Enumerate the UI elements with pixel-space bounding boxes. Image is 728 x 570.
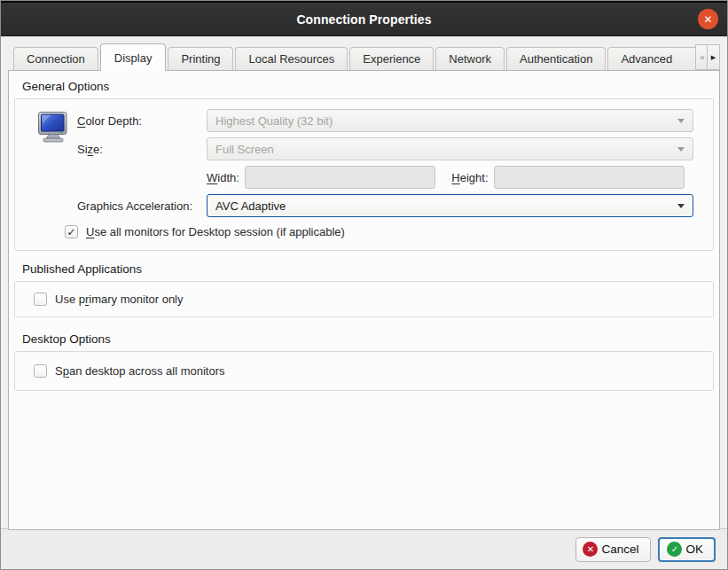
tab-printing[interactable]: Printing (168, 47, 233, 70)
monitor-icon (36, 110, 77, 147)
published-applications-frame: Use primary monitor only (14, 281, 714, 317)
use-primary-monitor-option[interactable]: Use primary monitor only (34, 293, 184, 306)
height-label: Height: (451, 171, 488, 184)
width-input (245, 166, 435, 189)
width-label: Width: (207, 171, 239, 184)
use-all-monitors-label: Use all monitors for Desktop session (if… (86, 225, 345, 238)
span-desktop-label: Span desktop across all monitors (55, 364, 225, 378)
ok-button[interactable]: ✓ OK (658, 537, 716, 562)
cancel-x-icon: ✕ (583, 542, 598, 557)
use-primary-monitor-label: Use primary monitor only (55, 293, 184, 306)
dropdown-arrow-icon (677, 119, 685, 123)
tab-authentication[interactable]: Authentication (506, 47, 606, 70)
window-title: Connection Properties (296, 12, 431, 27)
graphics-acceleration-label: Graphics Acceleration: (77, 199, 207, 213)
tab-experience[interactable]: Experience (349, 47, 434, 70)
desktop-options-frame: Span desktop across all monitors (14, 351, 714, 391)
tab-local-resources[interactable]: Local Resources (235, 47, 348, 70)
dropdown-arrow-icon (677, 147, 685, 152)
size-label: Size: (77, 143, 207, 156)
use-all-monitors-option[interactable]: ✓ Use all monitors for Desktop session (… (65, 225, 693, 238)
cancel-button-label: Cancel (601, 543, 638, 556)
color-depth-select: Highest Quality (32 bit) (207, 109, 693, 132)
height-input (494, 166, 685, 189)
chevron-left-icon: ◀ (699, 54, 703, 61)
tab-scroll-right-button[interactable]: ▶ (708, 44, 720, 70)
general-options-frame: Color Depth: Highest Quality (32 bit) Si… (14, 98, 714, 251)
check-icon: ✓ (67, 227, 75, 238)
graphics-acceleration-select[interactable]: AVC Adaptive (207, 194, 693, 217)
graphics-acceleration-value: AVC Adaptive (215, 199, 286, 213)
tab-connection[interactable]: Connection (13, 47, 98, 70)
display-tab-page: General Options (8, 70, 720, 530)
color-depth-label: Color Depth: (77, 114, 207, 128)
tab-scroll-controls: ◀ ▶ (695, 44, 720, 70)
close-button[interactable]: ✕ (698, 9, 718, 29)
tab-advanced[interactable]: Advanced (607, 47, 695, 70)
chevron-right-icon: ▶ (711, 54, 716, 61)
ok-check-icon: ✓ (667, 542, 682, 557)
published-applications-title: Published Applications (22, 262, 715, 276)
dialog-footer: ✕ Cancel ✓ OK (1, 528, 727, 569)
use-all-monitors-checkbox[interactable]: ✓ (65, 225, 78, 238)
cancel-button[interactable]: ✕ Cancel (575, 537, 651, 562)
color-depth-value: Highest Quality (32 bit) (215, 114, 333, 128)
titlebar: Connection Properties ✕ (1, 1, 727, 36)
dropdown-arrow-icon (677, 204, 685, 208)
close-icon: ✕ (703, 14, 712, 25)
use-primary-monitor-checkbox[interactable] (34, 293, 47, 306)
span-desktop-option[interactable]: Span desktop across all monitors (34, 364, 225, 378)
ok-button-label: OK (685, 543, 703, 556)
span-desktop-checkbox[interactable] (34, 364, 47, 378)
desktop-options-title: Desktop Options (22, 332, 715, 346)
width-height-row: Width: Height: (207, 166, 685, 189)
tab-display[interactable]: Display (100, 43, 167, 71)
general-options-title: General Options (22, 80, 715, 93)
tab-bar: Connection Display Printing Local Resour… (1, 36, 727, 70)
tab-scroll-left-button[interactable]: ◀ (695, 44, 708, 70)
size-select: Full Screen (207, 137, 693, 160)
size-value: Full Screen (215, 143, 274, 156)
connection-properties-dialog: Connection Properties ✕ Connection Displ… (0, 0, 728, 570)
tab-network[interactable]: Network (435, 47, 505, 70)
